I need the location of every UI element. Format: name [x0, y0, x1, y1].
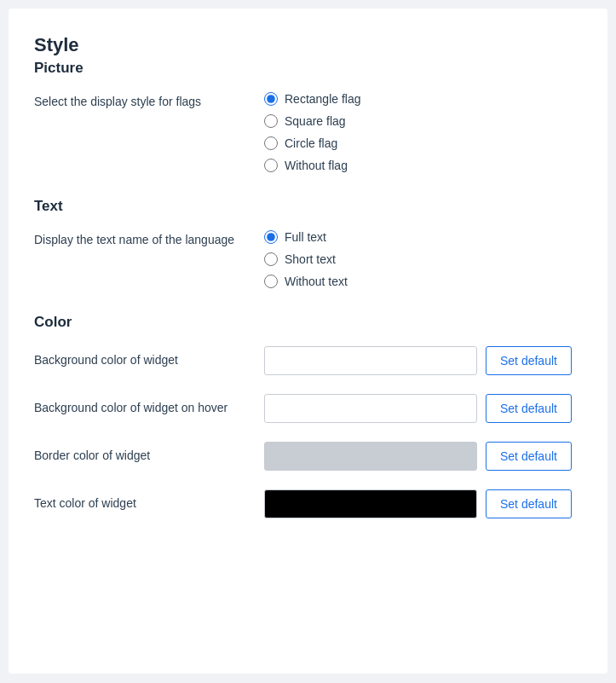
bg-color-controls: Set default: [264, 346, 572, 375]
radio-circle-label: Circle flag: [285, 136, 337, 150]
radio-full-text-label: Full text: [285, 230, 326, 244]
picture-description: Select the display style for flags: [34, 92, 264, 111]
border-color-input[interactable]: [264, 442, 477, 471]
radio-circle[interactable]: Circle flag: [264, 136, 361, 150]
bg-hover-color-controls: Set default: [264, 394, 572, 423]
radio-without-flag[interactable]: Without flag: [264, 159, 361, 172]
radio-without-text-input[interactable]: [264, 275, 278, 288]
bg-hover-color-label: Background color of widget on hover: [34, 400, 264, 417]
radio-full-text[interactable]: Full text: [264, 230, 348, 244]
bg-color-row: Background color of widget Set default: [34, 346, 582, 375]
border-color-label: Border color of widget: [34, 448, 264, 465]
radio-without-text-label: Without text: [285, 275, 348, 288]
radio-full-text-input[interactable]: [264, 230, 278, 244]
radio-rectangle-label: Rectangle flag: [285, 92, 361, 106]
bg-hover-color-input[interactable]: [264, 394, 477, 423]
settings-panel: Style Picture Select the display style f…: [9, 9, 607, 674]
radio-circle-input[interactable]: [264, 136, 278, 150]
text-color-row: Text color of widget Set default: [34, 489, 582, 518]
radio-square[interactable]: Square flag: [264, 114, 361, 128]
radio-square-input[interactable]: [264, 114, 278, 128]
radio-without-flag-input[interactable]: [264, 159, 278, 172]
picture-section-title: Picture: [34, 60, 582, 77]
radio-without-text[interactable]: Without text: [264, 275, 348, 288]
text-section: Text Display the text name of the langua…: [34, 198, 582, 288]
border-color-set-default-button[interactable]: Set default: [486, 442, 572, 471]
text-color-set-default-button[interactable]: Set default: [486, 489, 572, 518]
text-section-title: Text: [34, 198, 582, 215]
radio-short-text-label: Short text: [285, 252, 336, 266]
bg-hover-color-row: Background color of widget on hover Set …: [34, 394, 582, 423]
text-row: Display the text name of the language Fu…: [34, 230, 582, 288]
text-color-input[interactable]: [264, 489, 477, 518]
bg-color-input[interactable]: [264, 346, 477, 375]
bg-hover-color-set-default-button[interactable]: Set default: [486, 394, 572, 423]
radio-short-text-input[interactable]: [264, 252, 278, 266]
radio-rectangle[interactable]: Rectangle flag: [264, 92, 361, 106]
text-options: Full text Short text Without text: [264, 230, 348, 288]
border-color-controls: Set default: [264, 442, 572, 471]
color-section: Color Background color of widget Set def…: [34, 314, 582, 518]
text-color-controls: Set default: [264, 489, 572, 518]
radio-rectangle-input[interactable]: [264, 92, 278, 106]
page-title: Style: [34, 34, 582, 56]
bg-color-label: Background color of widget: [34, 352, 264, 369]
border-color-row: Border color of widget Set default: [34, 442, 582, 471]
radio-square-label: Square flag: [285, 114, 346, 128]
picture-options: Rectangle flag Square flag Circle flag W…: [264, 92, 361, 172]
text-color-label: Text color of widget: [34, 495, 264, 512]
color-section-title: Color: [34, 314, 582, 331]
radio-short-text[interactable]: Short text: [264, 252, 348, 266]
picture-row: Select the display style for flags Recta…: [34, 92, 582, 172]
radio-without-flag-label: Without flag: [285, 159, 348, 172]
text-description: Display the text name of the language: [34, 230, 264, 249]
picture-section: Picture Select the display style for fla…: [34, 60, 582, 172]
bg-color-set-default-button[interactable]: Set default: [486, 346, 572, 375]
